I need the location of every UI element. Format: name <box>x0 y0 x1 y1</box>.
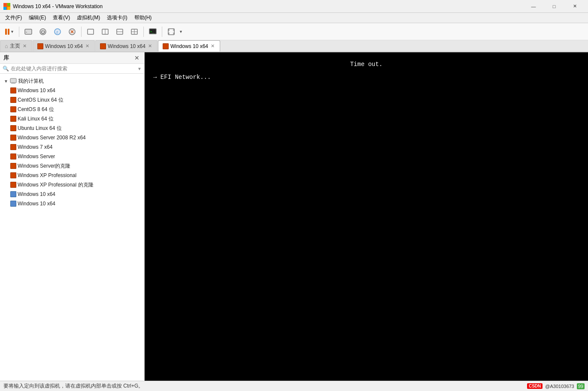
svg-text:z: z <box>56 30 58 34</box>
tree-label-winserver-clone: Windows Server的克隆 <box>18 162 70 170</box>
status-count-badge: 99 <box>577 383 585 389</box>
search-dropdown-icon[interactable]: ▼ <box>137 66 142 71</box>
tree-toggle-my-computer: ▼ <box>3 79 9 84</box>
suspend-button[interactable]: z <box>51 25 64 39</box>
vm-icon-winserver-clone <box>10 163 16 169</box>
menu-edit[interactable]: 编辑(E) <box>25 13 49 23</box>
tree-label-winxp-clone: Windows XP Professional 的克隆 <box>18 181 94 189</box>
tab-home[interactable]: ⌂ 主页 ✕ <box>0 40 32 51</box>
app-icon <box>3 3 10 10</box>
vm-icon-win10-3 <box>10 201 16 207</box>
tree-label-centos64: CentOS Linux 64 位 <box>18 96 64 104</box>
tree-node-ubuntu[interactable]: Ubuntu Linux 64 位 <box>7 123 144 133</box>
tree-label-winserver: Windows Server <box>18 153 55 159</box>
tab-vm2[interactable]: Windows 10 x64 ✕ <box>95 40 158 51</box>
view-quad-button[interactable] <box>127 25 141 39</box>
menu-vm[interactable]: 虚拟机(M) <box>73 13 103 23</box>
status-right: CSDN @A30103673 99 <box>527 383 585 389</box>
svg-rect-12 <box>88 29 94 34</box>
view-split-h-button[interactable] <box>98 25 112 39</box>
menu-help[interactable]: 帮助(H) <box>131 13 155 23</box>
console-button[interactable]: >_ <box>146 25 160 39</box>
tree-node-centos8[interactable]: CentOS 8 64 位 <box>7 105 144 114</box>
tab-vm3-label: Windows 10 x64 <box>170 43 208 49</box>
csdn-badge: CSDN <box>527 383 543 389</box>
vm-display[interactable]: Time out. → EFI Network... <box>145 52 588 381</box>
sidebar-header: 库 ✕ <box>0 52 144 64</box>
sidebar-close-button[interactable]: ✕ <box>133 54 141 62</box>
tab-vm1-close[interactable]: ✕ <box>85 43 90 49</box>
tree-node-ws2008[interactable]: Windows Server 2008 R2 x64 <box>7 133 144 142</box>
tree-label-win10-2: Windows 10 x64 <box>18 191 55 197</box>
vm-icon-kali <box>10 116 16 122</box>
tree-node-my-computer[interactable]: ▼ 我的计算机 <box>0 76 144 86</box>
tree-label-my-computer: 我的计算机 <box>18 78 44 85</box>
menu-tabs[interactable]: 选项卡(I) <box>103 13 130 23</box>
window-title: Windows 10 x64 - VMware Workstation <box>13 3 524 9</box>
tab-home-close[interactable]: ✕ <box>22 43 27 49</box>
tab-vm3-close[interactable]: ✕ <box>210 43 215 49</box>
vm-tab-icon-2 <box>100 43 106 49</box>
tab-vm1-label: Windows 10 x64 <box>45 43 83 49</box>
tree-label-win10-1: Windows 10 x64 <box>18 87 55 93</box>
pause-button[interactable]: ▼ <box>3 25 17 39</box>
sidebar-tree: ▼ 我的计算机 Windows 10 x6 <box>0 74 144 381</box>
minimize-button[interactable]: — <box>524 0 543 13</box>
vm-tab-icon-3 <box>163 43 169 49</box>
tree-node-kali[interactable]: Kali Linux 64 位 <box>7 114 144 123</box>
tree-node-win10-1[interactable]: Windows 10 x64 <box>7 86 144 95</box>
tree-node-win10-2[interactable]: Windows 10 x64 <box>7 189 144 199</box>
power-off-button[interactable] <box>65 25 79 39</box>
tree-label-kali: Kali Linux 64 位 <box>18 115 54 123</box>
tree-root: ▼ 我的计算机 Windows 10 x6 <box>0 75 144 209</box>
search-icon: 🔍 <box>3 66 9 72</box>
close-button[interactable]: ✕ <box>565 0 585 13</box>
power-on-button[interactable] <box>36 25 50 39</box>
fit-window-button[interactable] <box>164 25 178 39</box>
vm-icon-win10-1 <box>10 87 16 93</box>
fit-window-dropdown-icon[interactable]: ▼ <box>179 30 183 34</box>
search-input[interactable] <box>11 66 136 72</box>
tree-node-win7[interactable]: Windows 7 x64 <box>7 142 144 152</box>
toolbar-separator-4 <box>162 27 162 37</box>
main-layout: 库 ✕ 🔍 ▼ ▼ 我的计算 <box>0 52 588 381</box>
search-bar: 🔍 ▼ <box>0 64 144 74</box>
toolbar-separator-1 <box>19 27 19 37</box>
tree-node-winserver[interactable]: Windows Server <box>7 152 144 161</box>
tree-children: Windows 10 x64 CentOS Linux 64 位 CentOS … <box>0 86 144 208</box>
svg-rect-2 <box>3 7 6 10</box>
status-at-text: @A30103673 <box>545 384 574 389</box>
vm-icon-win10-2 <box>10 191 16 197</box>
send-ctrl-alt-del-button[interactable]: ⌨ <box>21 25 35 39</box>
svg-rect-0 <box>3 3 6 6</box>
vm-console[interactable]: Time out. → EFI Network... <box>145 52 588 381</box>
vm-icon-centos8 <box>10 106 16 112</box>
tab-vm1[interactable]: Windows 10 x64 ✕ <box>33 40 95 51</box>
view-normal-button[interactable] <box>84 25 97 39</box>
svg-rect-1 <box>7 3 10 6</box>
tree-label-ws2008: Windows Server 2008 R2 x64 <box>18 135 86 141</box>
maximize-button[interactable]: □ <box>544 0 564 13</box>
svg-text:>_: >_ <box>150 30 154 33</box>
tree-node-winserver-clone[interactable]: Windows Server的克隆 <box>7 161 144 171</box>
computer-icon <box>10 78 17 84</box>
tree-label-winxp: Windows XP Professional <box>18 172 76 178</box>
console-network-text: → EFI Network... <box>153 74 211 81</box>
vm-icon-winserver <box>10 153 16 159</box>
vm-icon-win7 <box>10 144 16 150</box>
tree-node-centos64[interactable]: CentOS Linux 64 位 <box>7 95 144 105</box>
vm-icon-winxp <box>10 172 16 178</box>
menu-view[interactable]: 查看(V) <box>49 13 73 23</box>
tree-node-winxp[interactable]: Windows XP Professional <box>7 171 144 180</box>
tree-label-ubuntu: Ubuntu Linux 64 位 <box>18 125 62 132</box>
tree-node-winxp-clone[interactable]: Windows XP Professional 的克隆 <box>7 180 144 189</box>
view-split-v-button[interactable] <box>113 25 127 39</box>
menu-file[interactable]: 文件(F) <box>2 13 25 23</box>
tab-vm3[interactable]: Windows 10 x64 ✕ <box>158 40 220 51</box>
pause-icon <box>5 29 9 35</box>
tree-node-win10-3[interactable]: Windows 10 x64 <box>7 199 144 208</box>
vm-icon-centos64 <box>10 97 16 103</box>
tab-vm2-close[interactable]: ✕ <box>147 43 153 49</box>
toolbar-separator-2 <box>81 27 82 37</box>
tab-bar: ⌂ 主页 ✕ Windows 10 x64 ✕ Windows 10 x64 ✕… <box>0 40 588 52</box>
